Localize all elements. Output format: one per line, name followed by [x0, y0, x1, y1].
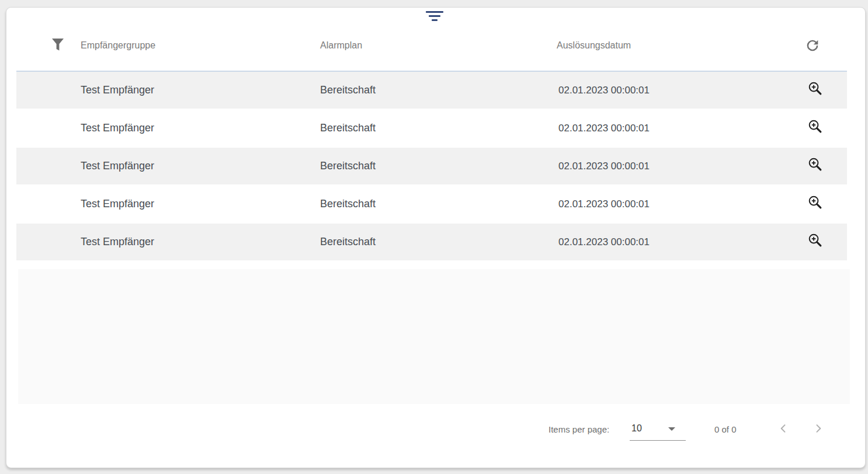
refresh-icon [804, 37, 821, 56]
funnel-icon [51, 38, 64, 54]
filter-lines-bar [432, 19, 438, 21]
cell-alarmplan: Bereitschaft [320, 110, 376, 147]
next-page-button[interactable] [811, 423, 825, 437]
zoom-in-icon [807, 118, 824, 138]
filter-lines-bar [429, 15, 440, 17]
page-size-value: 10 [631, 423, 642, 434]
row-details-button[interactable] [804, 72, 827, 109]
cell-empfaengergruppe: Test Empfänger [81, 186, 154, 222]
cell-empfaengergruppe: Test Empfänger [81, 148, 154, 184]
empty-table-area [18, 269, 850, 404]
table-row[interactable]: Test Empfänger Bereitschaft 02.01.2023 0… [16, 148, 847, 186]
cell-ausloesungsdatum: 02.01.2023 00:00:01 [558, 224, 650, 260]
cell-alarmplan: Bereitschaft [320, 148, 376, 184]
zoom-in-icon [807, 156, 824, 176]
alarm-table: Test Empfänger Bereitschaft 02.01.2023 0… [16, 71, 847, 262]
alarm-history-card: Empfängergruppe Alarmplan Auslösungsdatu… [6, 7, 866, 468]
cell-ausloesungsdatum: 02.01.2023 00:00:01 [558, 110, 650, 147]
cell-ausloesungsdatum: 02.01.2023 00:00:01 [558, 186, 650, 222]
cell-alarmplan: Bereitschaft [320, 186, 376, 222]
cell-alarmplan: Bereitschaft [320, 72, 376, 109]
row-details-button[interactable] [804, 224, 827, 260]
column-header-empfaengergruppe: Empfängergruppe [81, 40, 155, 51]
zoom-in-icon [807, 232, 824, 252]
chevron-left-icon [777, 423, 789, 437]
zoom-in-icon [807, 194, 824, 214]
previous-page-button[interactable] [776, 423, 790, 437]
items-per-page-label: Items per page: [548, 424, 609, 434]
cell-empfaengergruppe: Test Empfänger [81, 72, 154, 109]
caret-down-icon [668, 427, 675, 431]
filter-button[interactable] [48, 37, 67, 55]
row-details-button[interactable] [804, 110, 827, 147]
cell-alarmplan: Bereitschaft [320, 224, 376, 260]
filter-lines-icon[interactable] [426, 11, 443, 24]
cell-ausloesungsdatum: 02.01.2023 00:00:01 [558, 72, 650, 109]
cell-empfaengergruppe: Test Empfänger [81, 110, 154, 147]
cell-empfaengergruppe: Test Empfänger [81, 224, 154, 260]
table-row[interactable]: Test Empfänger Bereitschaft 02.01.2023 0… [16, 72, 847, 110]
refresh-button[interactable] [803, 37, 822, 57]
table-row[interactable]: Test Empfänger Bereitschaft 02.01.2023 0… [16, 186, 847, 224]
filter-lines-bar [426, 11, 443, 13]
paginator-range-label: 0 of 0 [714, 424, 737, 434]
column-header-ausloesungsdatum: Auslösungsdatum [557, 40, 631, 51]
table-row[interactable]: Test Empfänger Bereitschaft 02.01.2023 0… [16, 110, 847, 148]
table-row[interactable]: Test Empfänger Bereitschaft 02.01.2023 0… [16, 224, 847, 262]
column-header-alarmplan: Alarmplan [320, 40, 362, 51]
cell-ausloesungsdatum: 02.01.2023 00:00:01 [558, 148, 650, 184]
row-details-button[interactable] [804, 186, 827, 222]
page-size-select[interactable]: 10 [630, 419, 686, 441]
row-details-button[interactable] [804, 148, 827, 184]
chevron-right-icon [813, 423, 824, 437]
zoom-in-icon [807, 81, 824, 100]
